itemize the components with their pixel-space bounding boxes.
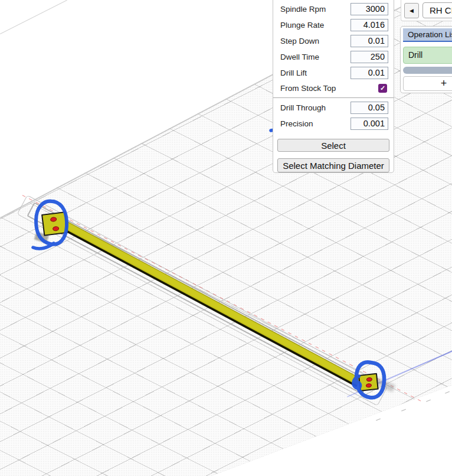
backplane-edge-line (0, 0, 67, 34)
plunge-rate-label: Plunge Rate (280, 21, 324, 30)
field-row-precision: Precision 0.001 (273, 116, 394, 132)
add-operation-button[interactable]: + (403, 76, 452, 91)
axis-tick (426, 400, 431, 402)
dwell-time-input[interactable]: 250 (351, 51, 388, 63)
field-row-from-stock-top: From Stock Top ✓ (273, 81, 394, 96)
field-row-drill-through: Drill Through 0.05 (273, 100, 394, 116)
select-button[interactable]: Select (277, 139, 389, 152)
drill-lift-label: Drill Lift (280, 69, 307, 77)
precision-label: Precision (280, 119, 313, 128)
field-row-spindle-rpm: Spindle Rpm 3000 (273, 1, 394, 17)
field-row-plunge-rate: Plunge Rate 4.016 (273, 17, 394, 33)
select-matching-diameter-button[interactable]: Select Matching Diameter (277, 158, 389, 172)
drill-lift-input[interactable]: 0.01 (351, 67, 388, 79)
drill-hole[interactable] (366, 377, 373, 382)
field-row-drill-lift: Drill Lift 0.01 (273, 65, 394, 81)
operation-list-scrollbar[interactable] (403, 67, 452, 74)
beam-head-right[interactable] (358, 373, 379, 392)
step-down-label: Step Down (280, 37, 319, 45)
operation-list-header: Operation List (403, 28, 452, 42)
drill-hole[interactable] (366, 383, 372, 388)
dwell-time-label: Dwell Time (280, 53, 319, 61)
tool-tab-rh-cr[interactable]: RH CR (422, 2, 452, 18)
plunge-rate-input[interactable]: 4.016 (351, 19, 388, 31)
drill-through-input[interactable]: 0.05 (351, 102, 388, 114)
axis-tick (376, 419, 381, 421)
step-down-input[interactable]: 0.01 (351, 35, 388, 47)
section-divider (273, 97, 394, 98)
drill-settings-panel: Spindle Rpm 3000 Plunge Rate 4.016 Step … (273, 0, 394, 173)
drill-hole[interactable] (50, 217, 57, 222)
from-stock-top-label: From Stock Top (280, 84, 336, 93)
tool-bar: ◀ RH CR (401, 0, 452, 21)
precision-input[interactable]: 0.001 (351, 118, 388, 130)
spindle-rpm-label: Spindle Rpm (280, 5, 326, 14)
field-row-step-down: Step Down 0.01 (273, 33, 394, 49)
beam-head-left[interactable] (41, 211, 68, 236)
axis-tick (445, 392, 450, 394)
axis-tick (401, 409, 406, 412)
operations-panel: Operation List Drill + (400, 26, 452, 93)
app-root: Spindle Rpm 3000 Plunge Rate 4.016 Step … (0, 0, 452, 476)
back-arrow-icon: ◀ (410, 8, 414, 14)
spindle-rpm-input[interactable]: 3000 (351, 3, 388, 15)
operation-item-drill[interactable]: Drill (403, 47, 452, 64)
field-row-dwell-time: Dwell Time 250 (273, 49, 394, 65)
from-stock-top-checkbox[interactable]: ✓ (378, 84, 387, 93)
drill-hole[interactable] (53, 226, 60, 232)
collapse-panel-button[interactable]: ◀ (404, 3, 419, 18)
drill-through-label: Drill Through (280, 103, 326, 112)
